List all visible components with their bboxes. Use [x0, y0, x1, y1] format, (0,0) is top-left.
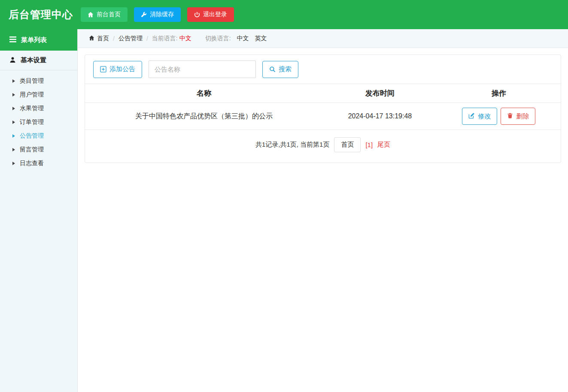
announcement-name-input[interactable]: [149, 60, 256, 78]
search-button-label: 搜索: [279, 65, 292, 73]
edit-button-label: 修改: [478, 112, 491, 121]
column-header-name: 名称: [85, 84, 323, 103]
wrench-icon: [141, 12, 147, 18]
breadcrumb-home-label: 首页: [97, 35, 109, 42]
sidebar-item-label: 订单管理: [20, 118, 44, 126]
breadcrumb-separator: /: [113, 35, 115, 42]
pagination-summary: 共1记录,共1页, 当前第1页: [255, 141, 330, 149]
caret-right-icon: [12, 107, 15, 110]
plus-square-icon: [100, 66, 106, 72]
breadcrumb-home-link[interactable]: 首页: [89, 35, 109, 42]
caret-right-icon: [12, 93, 15, 96]
caret-right-icon: [12, 79, 15, 83]
clear-cache-button[interactable]: 清除缓存: [134, 7, 181, 22]
front-home-button[interactable]: 前台首页: [81, 7, 128, 22]
sidebar-item-users[interactable]: 用户管理: [0, 88, 77, 102]
current-page-indicator[interactable]: [1]: [365, 141, 373, 148]
current-language-value: 中文: [179, 35, 191, 42]
add-announcement-label: 添加公告: [109, 65, 135, 73]
table-header-row: 名称 发布时间 操作: [85, 84, 561, 103]
table-row: 关于中国特色农产品优势区（第三批）的公示 2024-04-17 13:19:48…: [85, 103, 561, 130]
main-content: 首页 / 公告管理 / 当前语言: 中文 切换语言: 中文 英文 添加公告: [78, 29, 568, 392]
sidebar-item-messages[interactable]: 留言管理: [0, 143, 77, 157]
admin-app: 后台管理中心 前台首页 清除缓存 退出登录 菜单列表: [0, 0, 568, 392]
sidebar-item-label: 日志查看: [20, 160, 44, 167]
sidebar-item-label: 用户管理: [20, 91, 44, 99]
edit-button[interactable]: 修改: [462, 108, 497, 125]
power-icon: [194, 12, 200, 18]
sidebar-menu-header: 菜单列表: [0, 29, 77, 51]
breadcrumb-section-link[interactable]: 公告管理: [118, 35, 143, 42]
trash-icon: [507, 112, 513, 120]
user-icon: [9, 57, 16, 64]
home-icon: [88, 12, 94, 18]
top-header-bar: 后台管理中心 前台首页 清除缓存 退出登录: [0, 0, 568, 29]
column-header-actions: 操作: [437, 84, 561, 103]
delete-button-label: 删除: [516, 112, 529, 121]
caret-right-icon: [12, 148, 15, 151]
sidebar-item-label: 留言管理: [20, 146, 44, 154]
pagination: 共1记录,共1页, 当前第1页 首页 [1] 尾页: [85, 130, 561, 163]
caret-right-icon: [12, 162, 15, 165]
app-title: 后台管理中心: [9, 8, 73, 21]
announcement-table: 名称 发布时间 操作 关于中国特色农产品优势区（第三批）的公示 2024-04-…: [85, 84, 561, 130]
sidebar-item-logs[interactable]: 日志查看: [0, 157, 77, 170]
sidebar-item-label: 公告管理: [20, 132, 44, 140]
edit-icon: [468, 112, 475, 120]
current-language-label: 当前语言:: [152, 35, 178, 42]
sidebar-item-fruits[interactable]: 水果管理: [0, 102, 77, 115]
home-icon: [89, 35, 94, 42]
language-option-english[interactable]: 英文: [255, 35, 267, 42]
announcement-panel: 添加公告 搜索 名称 发布时间 操作: [85, 54, 561, 163]
breadcrumb: 首页 / 公告管理 / 当前语言: 中文 切换语言: 中文 英文: [78, 29, 568, 48]
sidebar-menu-title: 菜单列表: [21, 36, 47, 44]
switch-language-label: 切换语言:: [205, 35, 231, 42]
caret-right-icon: [12, 121, 15, 124]
delete-button[interactable]: 删除: [501, 108, 535, 125]
first-page-button[interactable]: 首页: [334, 137, 361, 152]
actions-cell: 修改 删除: [437, 103, 561, 130]
language-switcher: 切换语言: 中文 英文: [205, 35, 267, 42]
panel-toolbar: 添加公告 搜索: [85, 55, 561, 84]
sidebar-item-orders[interactable]: 订单管理: [0, 115, 77, 129]
sidebar-item-label: 水果管理: [20, 105, 44, 112]
sidebar: 菜单列表 基本设置 类目管理 用户管理 水果管理 订单管理: [0, 29, 78, 392]
sidebar-item-category[interactable]: 类目管理: [0, 74, 77, 88]
caret-right-icon: [12, 134, 15, 138]
sidebar-group-label: 基本设置: [21, 56, 46, 64]
search-icon: [269, 66, 276, 72]
announcement-name-cell: 关于中国特色农产品优势区（第三批）的公示: [85, 103, 323, 130]
sidebar-menu: 类目管理 用户管理 水果管理 订单管理 公告管理 留言管理: [0, 70, 77, 170]
clear-cache-label: 清除缓存: [150, 11, 174, 18]
publish-time-cell: 2024-04-17 13:19:48: [323, 103, 437, 130]
language-option-chinese[interactable]: 中文: [237, 35, 249, 42]
logout-button[interactable]: 退出登录: [187, 7, 234, 22]
search-button[interactable]: 搜索: [262, 61, 298, 78]
list-icon: [9, 36, 16, 44]
last-page-link[interactable]: 尾页: [377, 141, 390, 149]
breadcrumb-separator: /: [146, 35, 148, 42]
front-home-label: 前台首页: [97, 11, 121, 18]
column-header-publish-time: 发布时间: [323, 84, 437, 103]
add-announcement-button[interactable]: 添加公告: [93, 61, 142, 78]
sidebar-item-announcements[interactable]: 公告管理: [0, 129, 77, 143]
sidebar-group-basic-settings[interactable]: 基本设置: [0, 51, 77, 70]
logout-label: 退出登录: [203, 11, 227, 18]
sidebar-item-label: 类目管理: [20, 77, 44, 85]
